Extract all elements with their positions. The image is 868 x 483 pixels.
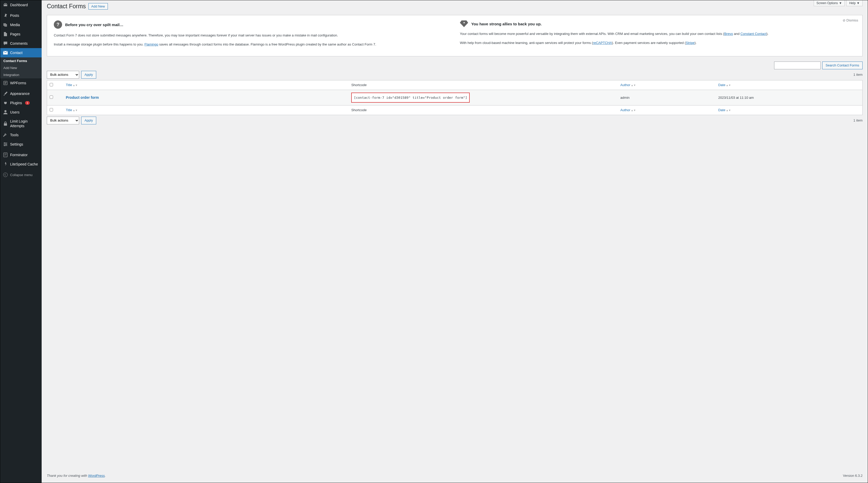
- comment-icon: [3, 41, 8, 46]
- admin-sidebar: Dashboard Posts Media Pages Comments Con…: [0, 0, 42, 483]
- col-author-footer[interactable]: Author▲▼: [618, 105, 716, 115]
- svg-point-6: [4, 145, 5, 146]
- menu-label: Forminator: [10, 153, 28, 157]
- help-button[interactable]: Help▼: [846, 0, 863, 6]
- collapse-icon: [3, 172, 8, 178]
- row-checkbox[interactable]: [50, 95, 53, 99]
- plug-icon: [3, 100, 8, 105]
- bulk-actions-select-bottom[interactable]: Bulk actions: [47, 117, 79, 124]
- submenu-contact: Contact Forms Add New Integration: [0, 57, 42, 78]
- add-new-button[interactable]: Add New: [89, 3, 108, 9]
- menu-label: Pages: [10, 32, 21, 36]
- menu-posts[interactable]: Posts: [0, 11, 42, 20]
- brush-icon: [3, 91, 8, 96]
- menu-limit-login[interactable]: Limit Login Attempts: [0, 117, 42, 130]
- search-input[interactable]: [774, 62, 821, 69]
- col-title-footer[interactable]: Title▲▼: [63, 105, 349, 115]
- form-title-link[interactable]: Product order form: [66, 95, 99, 100]
- col-title-header[interactable]: Title▲▼: [63, 80, 349, 90]
- menu-wpforms[interactable]: WPForms: [0, 78, 42, 88]
- item-count-bottom: 1 item: [854, 119, 863, 122]
- menu-tools[interactable]: Tools: [0, 130, 42, 140]
- brevo-link[interactable]: Brevo: [724, 32, 733, 36]
- apply-button-top[interactable]: Apply: [81, 71, 96, 78]
- apply-button-bottom[interactable]: Apply: [81, 117, 96, 124]
- menu-label: Limit Login Attempts: [10, 119, 39, 128]
- wrench-icon: [3, 132, 8, 137]
- bulk-actions-select[interactable]: Bulk actions: [47, 71, 79, 78]
- menu-users[interactable]: Users: [0, 107, 42, 117]
- notice-left-p1: Contact Form 7 does not store submitted …: [54, 33, 450, 38]
- svg-point-4: [4, 142, 5, 143]
- media-icon: [3, 22, 8, 27]
- update-badge: 1: [25, 101, 30, 105]
- pin-icon: [3, 13, 8, 18]
- menu-litespeed[interactable]: LiteSpeed Cache: [0, 160, 42, 169]
- collapse-label: Collapse menu: [10, 173, 33, 177]
- menu-label: LiteSpeed Cache: [10, 162, 38, 166]
- menu-label: Posts: [10, 13, 19, 18]
- menu-pages[interactable]: Pages: [0, 30, 42, 39]
- menu-label: Contact: [10, 51, 23, 55]
- notice-right-heading: You have strong allies to back you up.: [471, 22, 541, 26]
- menu-settings[interactable]: Settings: [0, 140, 42, 149]
- svg-point-8: [3, 173, 7, 177]
- sort-icon: ▲▼: [631, 85, 636, 86]
- stripe-link[interactable]: Stripe: [686, 41, 695, 45]
- menu-dashboard[interactable]: Dashboard: [0, 0, 42, 9]
- svg-point-2: [4, 110, 6, 112]
- svg-point-5: [6, 144, 7, 145]
- menu-label: Appearance: [10, 92, 30, 96]
- menu-label: Media: [10, 23, 20, 27]
- page-icon: [3, 32, 8, 37]
- forms-table: Title▲▼ Shortcode Author▲▼ Date▲▼ Produc…: [47, 80, 863, 115]
- diamond-icon: [460, 21, 468, 27]
- submenu-contact-forms[interactable]: Contact Forms: [0, 57, 42, 64]
- flamingo-link[interactable]: Flamingo: [145, 42, 158, 46]
- shortcode-value[interactable]: [contact-form-7 id="d301589" title="Prod…: [351, 93, 470, 103]
- menu-label: Users: [10, 110, 20, 114]
- menu-appearance[interactable]: Appearance: [0, 89, 42, 98]
- welcome-notice: ⊘Dismiss ? Before you cry over spilt mai…: [47, 15, 863, 56]
- col-date-header[interactable]: Date▲▼: [716, 80, 863, 90]
- menu-media[interactable]: Media: [0, 20, 42, 30]
- collapse-menu[interactable]: Collapse menu: [0, 170, 42, 180]
- select-all-bottom[interactable]: [50, 108, 53, 111]
- submenu-integration[interactable]: Integration: [0, 71, 42, 78]
- notice-left-heading: Before you cry over spilt mail…: [65, 23, 123, 27]
- row-author: admin: [618, 90, 716, 105]
- search-button[interactable]: Search Contact Forms: [822, 62, 863, 69]
- screen-options-button[interactable]: Screen Options▼: [814, 0, 845, 6]
- bolt-icon: [3, 162, 8, 167]
- col-author-header[interactable]: Author▲▼: [618, 80, 716, 90]
- version-text: Version 6.3.2: [843, 474, 863, 478]
- col-shortcode-header: Shortcode: [349, 80, 618, 90]
- menu-forminator[interactable]: Forminator: [0, 150, 42, 160]
- menu-plugins[interactable]: Plugins1: [0, 98, 42, 107]
- menu-label: Tools: [10, 133, 19, 137]
- menu-label: Comments: [10, 41, 28, 45]
- wpforms-icon: [3, 80, 8, 86]
- notice-right-p2: With help from cloud-based machine learn…: [460, 40, 856, 46]
- select-all-top[interactable]: [50, 83, 53, 86]
- constant-contact-link[interactable]: Constant Contact: [741, 32, 766, 36]
- dismiss-button[interactable]: ⊘Dismiss: [843, 19, 859, 22]
- row-date: 2023/11/03 at 11:10 am: [716, 90, 863, 105]
- menu-contact[interactable]: Contact: [0, 48, 42, 57]
- sort-icon: ▲▼: [73, 109, 78, 111]
- sliders-icon: [3, 142, 8, 147]
- wordpress-link[interactable]: WordPress: [88, 474, 105, 478]
- col-date-footer[interactable]: Date▲▼: [716, 105, 863, 115]
- caret-down-icon: ▼: [857, 1, 860, 5]
- menu-label: WPForms: [10, 81, 26, 85]
- menu-label: Settings: [10, 142, 23, 146]
- menu-comments[interactable]: Comments: [0, 39, 42, 48]
- recaptcha-link[interactable]: reCAPTCHA: [593, 41, 612, 45]
- page-title: Contact Forms: [47, 3, 86, 10]
- user-icon: [3, 109, 8, 115]
- submenu-add-new[interactable]: Add New: [0, 64, 42, 71]
- mail-icon: [3, 50, 8, 55]
- svg-rect-3: [4, 123, 7, 126]
- form-icon: [3, 152, 8, 158]
- menu-label: Dashboard: [10, 3, 28, 7]
